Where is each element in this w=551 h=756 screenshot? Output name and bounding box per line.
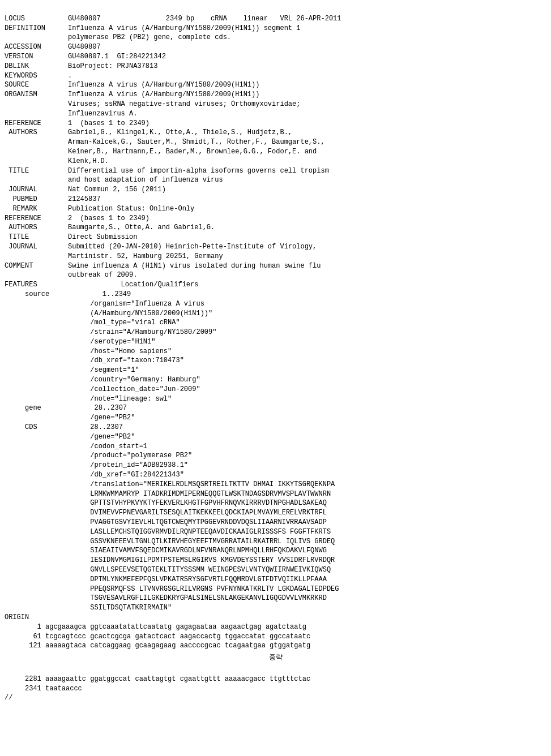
source-qual6-line: /host="Homo sapiens" — [5, 347, 172, 355]
origin-line2-value: 61 tcgcagtccc gcactcgcga gatactcact aaga… — [5, 633, 310, 641]
authors1-label: AUTHORS — [5, 128, 68, 138]
authors2-label: AUTHORS — [5, 223, 68, 233]
end-marker-line: // — [5, 694, 12, 702]
cds-trans10-value: DPTMLYNKMEFEPFQSLVPKATRSRYSGFVRTLFQQMRDV… — [5, 575, 327, 583]
source-qual2-line: (A/Hamburg/NY1580/2009(H1N1))" — [5, 310, 212, 317]
remark-label: REMARK — [5, 204, 68, 214]
source-qual11-value: /note="lineage: swl" — [5, 395, 172, 403]
cds-qual3-value: /product="polymerase PB2" — [5, 452, 192, 459]
cds-label: CDS — [5, 423, 37, 431]
authors1-cont2-value: Keiner,B., Hartmann,E., Bader,M., Brownl… — [68, 148, 317, 156]
definition-label: DEFINITION — [5, 24, 68, 33]
source-qual9-line: /country="Germany: Hamburg" — [5, 376, 200, 384]
comment-label: COMMENT — [5, 261, 68, 271]
definition-cont-value: polymerase PB2 (PB2) gene, complete cds. — [68, 33, 231, 41]
gene-qual1-value: /gene="PB2" — [5, 414, 135, 422]
title2-label: TITLE — [5, 233, 68, 242]
locus-label: LOCUS — [5, 14, 68, 24]
authors1-cont1-value: Arman-Kalcek,G., Sauter,M., Shmidt,T., R… — [68, 138, 325, 146]
reference2-label: REFERENCE — [5, 214, 68, 224]
cds-qual5-value: /db_xref="GI:284221343" — [5, 471, 184, 479]
reference2-value: 2 (bases 1 to 2349) — [68, 214, 150, 222]
omit-label: 중략 — [269, 654, 283, 662]
origin-end2-value: 2341 taataaccc — [5, 685, 82, 693]
authors1-cont3-space — [5, 157, 68, 166]
locus-line: LOCUSGU480807 2349 bp cRNA linear VRL 26… — [5, 15, 341, 23]
features-label: FEATURES — [5, 280, 68, 290]
cds-trans1-line: LRMKWMMAMRYP ITADKRIMDMIPERNEQQGTLWSKTND… — [5, 490, 331, 498]
journal2-value: Submitted (20-JAN-2010) Heinrich-Pette-I… — [68, 243, 317, 251]
keywords-line: KEYWORDS. — [5, 72, 72, 80]
source-qual5-value: /serotype="H1N1" — [5, 338, 155, 346]
origin-line: ORIGIN — [5, 613, 68, 621]
organism-label: ORGANISM — [5, 90, 68, 100]
authors1-value: Gabriel,G., Klingel,K., Otte,A., Thiele,… — [68, 128, 292, 136]
cds-qual4-value: /protein_id="ADB82938.1" — [5, 461, 188, 469]
authors2-value: Baumgarte,S., Otte,A. and Gabriel,G. — [68, 224, 215, 231]
comment-cont-space — [5, 270, 68, 280]
source-qual5-line: /serotype="H1N1" — [5, 338, 155, 346]
source-qual8-line: /segment="1" — [5, 366, 139, 374]
cds-qual6-value: /translation="MERIKELRDLMSQSRTREILTKTTV … — [5, 480, 335, 488]
journal2-cont-value: Martinistr. 52, Hamburg 20251, Germany — [68, 252, 223, 260]
journal2-cont-space — [5, 252, 68, 261]
reference1-line: REFERENCE1 (bases 1 to 2349) — [5, 119, 150, 127]
source-line: SOURCEInfluenza A virus (A/Hamburg/NY158… — [5, 81, 259, 89]
source-qual11-line: /note="lineage: swl" — [5, 395, 172, 403]
omit-marker: 중략 — [5, 651, 546, 665]
comment-line: COMMENTSwine influenza A (H1N1) virus is… — [5, 262, 321, 270]
origin-end1-value: 2281 aaaagaattc ggatggccat caattagtgt cg… — [5, 675, 310, 683]
dblink-line: DBLINKBioProject: PRJNA37813 — [5, 62, 157, 70]
cds-trans4-line: PVAGGTGSVYIEVLHLTQGTCWEQMYTPGGEVRNDDVDQS… — [5, 518, 327, 526]
source-qual1-value: /organism="Influenza A virus — [5, 300, 204, 308]
keywords-label: KEYWORDS — [5, 71, 68, 81]
journal1-label: JOURNAL — [5, 185, 68, 195]
accession-line: ACCESSIONGU480807 — [5, 43, 101, 51]
accession-label: ACCESSION — [5, 42, 68, 52]
source-qual8-value: /segment="1" — [5, 366, 139, 374]
comment-cont-value: outbreak of 2009. — [68, 271, 137, 279]
source-qual9-value: /country="Germany: Hamburg" — [5, 376, 200, 384]
cds-trans3-value: DVIMEVVFPNEVGARILTSESQLAITKEKKEELQDCKIAP… — [5, 509, 327, 517]
organism-cont2-line: Influenzavirus A. — [5, 110, 137, 118]
cds-qual3-line: /product="polymerase PB2" — [5, 452, 192, 459]
organism-cont1-line: Viruses; ssRNA negative-strand viruses; … — [5, 100, 300, 108]
cds-trans9-value: GNVLLSPEEVSETQGTEKLTITYSSSMM WEINGPESVLV… — [5, 566, 331, 574]
version-line: VERSIONGU480807.1 GI:284221342 — [5, 53, 166, 61]
authors1-line: AUTHORSGabriel,G., Klingel,K., Otte,A., … — [5, 128, 292, 136]
title1-line: TITLEDifferential use of importin-alpha … — [5, 167, 329, 175]
version-label: VERSION — [5, 52, 68, 62]
genbank-record: LOCUSGU480807 2349 bp cRNA linear VRL 26… — [5, 5, 546, 703]
title1-value: Differential use of importin-alpha isofo… — [68, 167, 329, 175]
comment-value: Swine influenza A (H1N1) virus isolated … — [68, 262, 321, 270]
source-qual7-value: /db_xref="taxon:710473" — [5, 356, 184, 364]
origin-end2-line: 2341 taataaccc — [5, 685, 82, 693]
origin-line3-value: 121 aaaaagtaca catcaggaag gcaagagaag aac… — [5, 642, 310, 650]
origin-line1: 1 agcgaaagca ggtcaaatatattcaatatg gagaga… — [5, 623, 306, 631]
authors1-cont1-space — [5, 138, 68, 147]
source-label: SOURCE — [5, 80, 68, 90]
authors1-cont2-line: Keiner,B., Hartmann,E., Bader,M., Brownl… — [5, 148, 317, 156]
cds-trans7-line: SIAEAIIVAMVFSQEDCMIKAVRGDLNFVNRANQRLNPMH… — [5, 547, 327, 555]
cds-qual2-value: /codon_start=1 — [5, 443, 147, 450]
organism-cont2-value: Influenzavirus A. — [68, 110, 137, 118]
source-qual6-value: /host="Homo sapiens" — [5, 347, 172, 355]
journal1-value: Nat Commun 2, 156 (2011) — [68, 186, 166, 194]
definition-value: Influenza A virus (A/Hamburg/NY1580/2009… — [68, 24, 300, 32]
cds-trans10-line: DPTMLYNKMEFEPFQSLVPKATRSRYSGFVRTLFQQMRDV… — [5, 575, 327, 583]
remark-line: REMARKPublication Status: Online-Only — [5, 205, 194, 213]
source-value: Influenza A virus (A/Hamburg/NY1580/2009… — [68, 81, 259, 89]
journal1-line: JOURNALNat Commun 2, 156 (2011) — [5, 186, 166, 194]
organism-cont1-value: Viruses; ssRNA negative-strand viruses; … — [68, 100, 300, 108]
cds-qual1-value: /gene="PB2" — [5, 433, 135, 441]
pubmed-value: 21245837 — [68, 195, 101, 203]
locus-value: GU480807 2349 bp cRNA linear VRL 26-APR-… — [68, 15, 341, 23]
title2-line: TITLEDirect Submission — [5, 233, 137, 241]
version-value: GU480807.1 GI:284221342 — [68, 53, 166, 61]
gene-line: gene 28..2307 — [5, 404, 127, 412]
source-qual10-line: /collection_date="Jun-2009" — [5, 385, 200, 393]
origin-line3: 121 aaaaagtaca catcaggaag gcaagagaag aac… — [5, 642, 310, 650]
cds-trans11-value: PPEQSRMQFSS LTVNVRGSGLRILVRGNS PVFNYNKAT… — [5, 585, 339, 593]
remark-value: Publication Status: Online-Only — [68, 205, 194, 213]
source-qual4-line: /strain="A/Hamburg/NY1580/2009" — [5, 328, 216, 336]
